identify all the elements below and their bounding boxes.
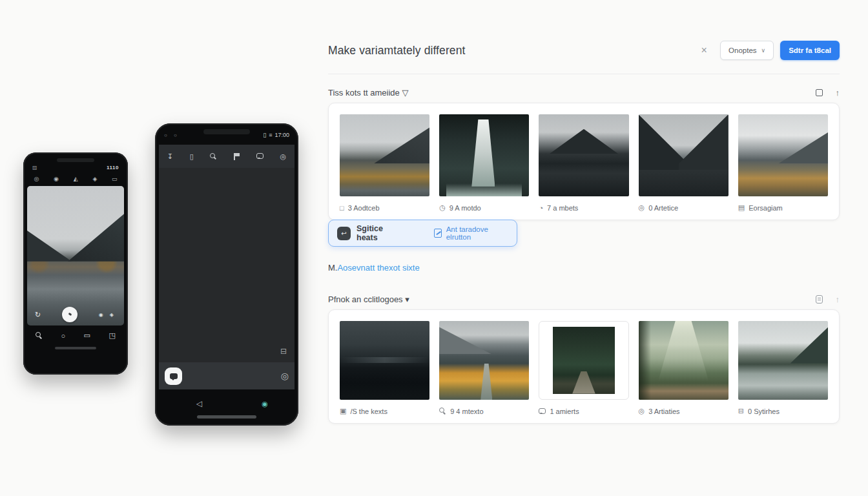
framed-photo — [553, 327, 615, 393]
result-thumbnail[interactable] — [639, 321, 728, 400]
search-icon — [439, 408, 446, 415]
status-time: 1110 — [107, 165, 119, 170]
result-thumbnail[interactable] — [738, 321, 828, 400]
thumbnail-caption: 1 amierts — [539, 407, 628, 415]
keyboard-toggle-icon: ⊟ — [280, 347, 287, 356]
thumbnail-caption: ◎3 Artiaties — [639, 407, 728, 415]
thumbnail-caption: ▣/S the kexts — [340, 407, 429, 415]
flash-icon: ◎ — [34, 176, 39, 182]
result-thumbnail[interactable] — [738, 114, 828, 196]
settings-icon: ◳ — [108, 331, 115, 340]
globe-icon: ◎ — [639, 407, 645, 415]
filter-icon: ◈ — [92, 176, 97, 182]
camera-bottom-nav: ○ ▭ ◳ — [26, 326, 125, 346]
result-thumbnail[interactable] — [340, 114, 429, 196]
section1-header[interactable]: Tiss kots tt ameiide ▽ ↑ — [328, 88, 840, 98]
gallery-icon: ▭ — [84, 331, 90, 340]
thumbnail-caption: ◷9 A motdo — [439, 203, 529, 212]
result-thumbnail[interactable] — [340, 321, 429, 400]
suggestion-chip[interactable]: ↩ Sgitice heats Ant taradove elrutton — [328, 220, 517, 247]
section1-title: Tiss kots tt ameiide ▽ — [328, 88, 408, 98]
dialog-header: Make variamtately different × Onoptes ∨ … — [328, 41, 840, 60]
thumbnail-caption: ⊟0 Sytirhes — [738, 407, 828, 415]
search-icon — [210, 153, 217, 160]
options-dropdown[interactable]: Onoptes ∨ — [720, 41, 774, 60]
emoji-icon: ◎ — [281, 371, 289, 381]
section2-header[interactable]: Pfnok an cclitlogoes ▾ ↑ — [328, 294, 840, 304]
search-icon — [36, 332, 43, 339]
shutter-button — [62, 307, 78, 322]
app-toolbar: ↧ ▯ ◎ — [159, 145, 294, 168]
signal-icon: ▨ — [32, 165, 37, 170]
mode-icons: ◉ ◈ — [99, 312, 116, 318]
results-card-2: ▣/S the kexts 9 4 mtexto 1 amierts ◎3 Ar… — [328, 309, 840, 424]
device-icon: ▯ — [190, 152, 194, 161]
square-filled-icon: ▣ — [340, 407, 346, 415]
rewrite-link[interactable]: Aosevnatt thexot sixte — [337, 263, 419, 273]
thumbnail-caption: 9 4 mtexto — [439, 407, 529, 415]
primary-action-button[interactable]: Sdtr fa t8cal — [780, 41, 840, 60]
card-icon: ⊟ — [738, 407, 744, 415]
home-pill — [197, 415, 256, 418]
rewrite-prefix: M. — [328, 263, 337, 273]
compose-icon — [434, 229, 442, 238]
collapse-arrow-icon[interactable]: ↑ — [836, 88, 840, 98]
home-pill — [55, 347, 96, 349]
rewrite-line: M.Aosevnatt thexot sixte — [328, 263, 840, 273]
result-thumbnail[interactable] — [439, 114, 529, 196]
chat-icon — [256, 153, 264, 160]
header-divider — [328, 74, 840, 74]
phone-mockup-large: ○ ○ ▯ ≡ 17:00 ↧ ▯ ◎ ⊟ ◎ ◁ ◉ — [155, 123, 298, 426]
reply-badge-icon: ↩ — [337, 227, 351, 240]
status-time: 17:00 — [274, 132, 289, 138]
chat-bubble-icon — [170, 373, 178, 379]
close-icon[interactable]: × — [696, 45, 712, 56]
download-icon: ↧ — [167, 152, 173, 161]
dropdown-label: Onoptes — [728, 46, 756, 54]
phone-status-bar: ○ ○ ▯ ≡ 17:00 — [159, 127, 294, 142]
android-nav-bar: ◁ ◉ — [159, 389, 294, 418]
camera-shutter-row: ↻ ◉ ◈ — [27, 307, 124, 322]
switch-camera-icon: ↻ — [35, 311, 41, 319]
thumbnail-caption: □3 Aodtceb — [340, 203, 429, 212]
results-card-1: □3 Aodtceb ◷9 A motdo ◔7 a mbets ◎0 Arte… — [328, 103, 840, 220]
history-icon: ◔ — [539, 204, 543, 212]
clock-icon: ◷ — [439, 203, 446, 212]
aspect-ratio-icon: ▭ — [112, 176, 118, 182]
phone-mockup-small: ▨ 1110 ◎ ◉ ◭ ◈ ▭ ↻ ◉ ◈ ○ ▭ ◳ — [23, 152, 128, 375]
battery-icon: ▯ — [263, 132, 266, 138]
expand-icon[interactable] — [816, 89, 823, 96]
timer-icon: ◉ — [54, 176, 59, 182]
app-content-area: ⊟ — [159, 168, 294, 362]
back-icon: ◁ — [196, 399, 202, 408]
compose-button — [165, 367, 182, 385]
thumbnail-caption: ◎0 Artetice — [639, 203, 728, 212]
section2-title: Pfnok an cclitlogoes ▾ — [328, 294, 409, 304]
comment-icon — [539, 408, 546, 415]
dialog-title: Make variamtately different — [328, 44, 696, 57]
square-outline-icon: □ — [340, 204, 344, 212]
target-icon: ◎ — [639, 203, 645, 212]
phone-status-bar: ▨ 1110 — [26, 162, 125, 172]
document-icon: ▤ — [738, 203, 745, 212]
document-box-icon[interactable] — [816, 295, 823, 304]
camera-toolbar: ◎ ◉ ◭ ◈ ▭ — [26, 172, 125, 185]
thumbnail-caption: ▤Eorsagiam — [738, 203, 828, 212]
home-icon: ◉ — [262, 400, 268, 408]
lens-icon: ○ — [61, 332, 66, 340]
flag-icon — [234, 153, 240, 160]
collapse-arrow-icon[interactable]: ↑ — [836, 294, 840, 304]
phone-notch — [203, 129, 250, 134]
chevron-down-icon: ∨ — [761, 47, 766, 54]
camera-viewfinder-photo: ↻ ◉ ◈ — [27, 186, 124, 326]
result-thumbnail[interactable] — [439, 321, 529, 400]
result-thumbnail[interactable] — [539, 114, 628, 196]
list-icon: ≡ — [269, 132, 272, 138]
result-thumbnail[interactable] — [639, 114, 728, 196]
record-icon: ◎ — [280, 152, 286, 161]
variant-dialog-panel: Make variamtately different × Onoptes ∨ … — [328, 0, 840, 424]
suggestion-label: Sgitice heats — [356, 224, 402, 242]
result-thumbnail[interactable] — [539, 321, 628, 400]
app-input-bar: ◎ — [159, 362, 294, 389]
suggestion-link[interactable]: Ant taradove elrutton — [446, 225, 508, 241]
